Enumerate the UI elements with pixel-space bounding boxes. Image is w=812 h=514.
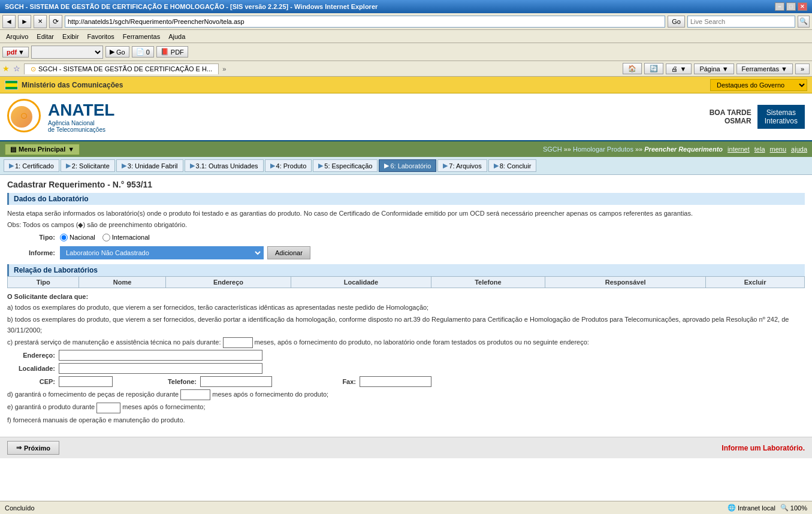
greeting-text: BOA TARDE <box>710 108 751 117</box>
col-telefone: Telefone <box>431 276 545 288</box>
pdf-button[interactable]: pdf ▼ <box>2 47 29 58</box>
toolbar-right: 🏠 🔄 🖨 ▼ Página ▼ Ferramentas ▼ » <box>623 63 810 74</box>
gov-dropdown[interactable]: Destaques do Governo <box>710 79 807 91</box>
favorites-star-icon: ★ <box>2 64 10 73</box>
forward-button[interactable]: ► <box>18 15 31 28</box>
breadcrumb-sgch[interactable]: SGCH <box>543 146 562 153</box>
col-responsavel: Responsável <box>545 276 706 288</box>
telefone-input[interactable] <box>200 376 272 387</box>
print-button[interactable]: 🖨 ▼ <box>666 64 692 74</box>
garantia-meses-input[interactable] <box>96 403 120 413</box>
step-certificado[interactable]: ▶ 1: Certificado <box>4 159 59 172</box>
page-title: Cadastrar Requerimento - N.° 953/11 <box>7 180 805 189</box>
status-right: 🌐 Intranet local 🔍 100% <box>728 504 807 512</box>
maximize-button[interactable]: □ <box>786 2 796 11</box>
home-button[interactable]: 🏠 <box>623 63 642 74</box>
step-arrow-icon: ▶ <box>494 162 499 170</box>
manutencao-meses-input[interactable] <box>223 337 253 348</box>
step-laboratorio[interactable]: ▶ 6: Laboratório <box>379 159 436 172</box>
refresh-button[interactable]: ⟳ <box>49 15 62 28</box>
step-arrow-icon: ▶ <box>122 162 126 170</box>
step-especificacao[interactable]: ▶ 5: Especificação <box>313 159 378 172</box>
live-search-input[interactable] <box>687 16 795 28</box>
sistemas-interativos-button[interactable]: Sistemas Interativos <box>757 105 805 129</box>
more-tools-button[interactable]: » <box>795 64 810 74</box>
fax-input[interactable] <box>360 376 431 387</box>
step-concluir[interactable]: ▶ 8: Concluir <box>488 159 537 172</box>
feeds-button[interactable]: 🔄 <box>644 63 663 74</box>
main-content: Cadastrar Requerimento - N.° 953/11 Dado… <box>0 175 812 432</box>
step-outras-unidades[interactable]: ▶ 3.1: Outras Unidades <box>185 159 264 172</box>
stop-button[interactable]: ✕ <box>34 15 47 28</box>
step-solicitante[interactable]: ▶ 2: Solicitante <box>61 159 115 172</box>
anatel-header: ○ ANATEL Agência Nacional de Telecomunic… <box>0 93 812 141</box>
minimize-button[interactable]: − <box>775 2 784 11</box>
favorites-bar: ★ ☆ ⊙ SGCH - SISTEMA DE GESTÃO DE CERTIF… <box>0 61 812 77</box>
table-header-row: Tipo Nome Endereço Localidade Telefone R… <box>8 276 805 288</box>
menu-ajuda[interactable]: Ajuda <box>165 32 189 41</box>
nav-ajuda[interactable]: ajuda <box>791 146 807 153</box>
step-arquivos[interactable]: ▶ 7: Arquivos <box>437 159 487 172</box>
declaration-item-b: b) todos os exemplares do produto, que v… <box>7 315 805 335</box>
nav-links: internet tela menu ajuda <box>728 146 807 153</box>
steps-bar: ▶ 1: Certificado ▶ 2: Solicitante ▶ 3: U… <box>0 157 812 175</box>
toolbar-pdf-doc-button[interactable]: 📕 PDF <box>156 46 188 58</box>
tools-button[interactable]: Ferramentas ▼ <box>736 64 793 74</box>
breadcrumb: SGCH »» Homologar Produtos »» Preencher … <box>543 146 723 153</box>
bottom-actions: ⇒ Próximo Informe um Laboratório. <box>0 437 812 458</box>
col-endereco: Endereço <box>165 276 291 288</box>
menu-favoritos[interactable]: Favoritos <box>84 32 118 41</box>
zoom-info: 🔍 100% <box>780 504 807 512</box>
menu-exibir[interactable]: Exibir <box>59 32 83 41</box>
search-button[interactable]: 🔍 <box>798 16 810 28</box>
favorites-tab[interactable]: ⊙ SGCH - SISTEMA DE GESTÃO DE CERTIFICAÇ… <box>24 64 219 74</box>
tipo-row: Tipo: Nacional Internacional <box>7 234 805 241</box>
step-outras-unidades-label: 3.1: Outras Unidades <box>196 162 258 170</box>
tipo-internacional-label: Internacional <box>112 234 150 241</box>
anatel-brand-text: ANATEL <box>48 101 114 120</box>
toolbar-counter-button[interactable]: 📄 0 <box>132 46 154 58</box>
page-button[interactable]: Página ▼ <box>694 64 733 74</box>
step-produto[interactable]: ▶ 4: Produto <box>265 159 312 172</box>
menu-arquivo[interactable]: Arquivo <box>2 32 32 41</box>
step-arquivos-label: 7: Arquivos <box>449 162 481 170</box>
nav-menu[interactable]: menu <box>770 146 787 153</box>
menu-principal-button[interactable]: ▤ Menu Principal ▼ <box>5 144 80 155</box>
localidade-row: Localidade: <box>7 363 805 374</box>
proximo-button[interactable]: ⇒ Próximo <box>7 441 59 455</box>
nav-tela[interactable]: tela <box>754 146 765 153</box>
step-unidade-fabril[interactable]: ▶ 3: Unidade Fabril <box>116 159 183 172</box>
nav-internet[interactable]: internet <box>728 146 750 153</box>
fav-more-tabs[interactable]: » <box>222 65 226 72</box>
declaration-item-a: a) todos os exemplares do produto, que v… <box>7 303 805 313</box>
toolbar-dropdown[interactable] <box>31 46 103 59</box>
col-excluir: Excluir <box>706 276 805 288</box>
step-especificacao-label: 5: Especificação <box>324 162 372 170</box>
informe-dropdown[interactable]: Laboratorio Não Cadastrado <box>60 246 264 259</box>
cep-input[interactable] <box>59 376 113 387</box>
col-nome: Nome <box>79 276 165 288</box>
relacao-laboratorios-header: Relação de Laboratórios <box>7 264 805 276</box>
breadcrumb-homologar[interactable]: Homologar Produtos <box>573 146 633 153</box>
endereco-input[interactable] <box>59 350 262 361</box>
address-input[interactable] <box>65 16 665 28</box>
localidade-input[interactable] <box>59 363 262 374</box>
close-button[interactable]: ✕ <box>798 2 807 11</box>
tipo-internacional-radio[interactable] <box>102 234 110 241</box>
menu-ferramentas[interactable]: Ferramentas <box>119 32 164 41</box>
step-arrow-icon: ▶ <box>318 162 323 170</box>
step-laboratorio-label: 6: Laboratório <box>390 162 431 170</box>
go-button[interactable]: Go <box>668 16 685 28</box>
tipo-nacional-option[interactable]: Nacional <box>60 234 95 241</box>
declaration-item-e: e) garantirá o produto durante meses apó… <box>7 402 805 413</box>
menu-editar[interactable]: Editar <box>33 32 58 41</box>
tipo-nacional-radio[interactable] <box>60 234 68 241</box>
back-button[interactable]: ◄ <box>2 15 16 28</box>
zoom-level: 100% <box>790 504 807 512</box>
tipo-internacional-option[interactable]: Internacional <box>102 234 150 241</box>
step-concluir-label: 8: Concluir <box>500 162 532 170</box>
pecas-meses-input[interactable] <box>180 389 210 400</box>
step-arrow-icon: ▶ <box>384 162 389 170</box>
toolbar-go-button[interactable]: ▶ Go <box>105 46 129 58</box>
adicionar-button[interactable]: Adicionar <box>267 246 310 259</box>
